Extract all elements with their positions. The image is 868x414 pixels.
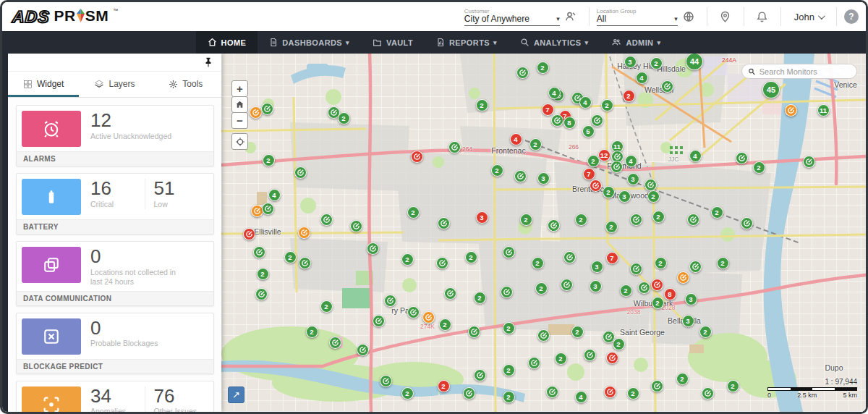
customer-admin-icon[interactable]	[560, 6, 582, 28]
monitor-cluster-green[interactable]: 3	[591, 261, 603, 273]
monitor-cluster-green[interactable]: 2	[555, 352, 567, 365]
monitor-cluster-green[interactable]: 2	[650, 57, 663, 69]
monitor-cluster-green[interactable]: 2	[503, 322, 515, 334]
monitor-marker-green[interactable]	[255, 288, 268, 300]
monitor-cluster-green[interactable]: 4	[575, 391, 587, 403]
widget-battery[interactable]: 16 Critical 51 Low BATTERY	[16, 173, 214, 235]
monitor-marker-green[interactable]	[638, 282, 650, 294]
monitor-marker-green[interactable]	[548, 219, 560, 232]
monitor-cluster-green[interactable]: 2	[407, 206, 420, 219]
monitor-cluster-green[interactable]: 2	[491, 164, 503, 177]
tab-widget[interactable]: Widget	[8, 72, 79, 97]
monitor-marker-red[interactable]	[651, 279, 663, 291]
tab-layers[interactable]: Layers	[79, 72, 150, 97]
monitor-cluster-green[interactable]: 2	[676, 373, 689, 385]
nav-dashboards[interactable]: DASHBOARDS ▾	[258, 31, 361, 54]
monitor-marker-green[interactable]	[407, 306, 420, 318]
alarms-icon-block[interactable]	[22, 111, 81, 147]
monitor-cluster-red[interactable]: 7	[583, 168, 595, 180]
monitor-cluster-green[interactable]: 2	[503, 364, 515, 376]
monitor-cluster-green[interactable]: 2	[727, 380, 739, 392]
nav-home[interactable]: HOME	[196, 31, 258, 54]
monitor-cluster-green[interactable]: 2	[284, 251, 297, 263]
monitor-marker-green[interactable]	[468, 326, 480, 338]
monitor-cluster-green[interactable]: 3	[624, 56, 637, 68]
monitor-cluster-green[interactable]: 2	[401, 387, 414, 400]
monitor-cluster-green[interactable]: 4	[268, 189, 281, 201]
monitor-marker-green[interactable]	[320, 214, 333, 226]
monitor-cluster-green[interactable]: 2	[620, 284, 632, 297]
monitor-cluster-green[interactable]: 2	[439, 318, 451, 331]
monitor-cluster-green[interactable]: 2	[613, 338, 625, 350]
monitor-marker-green[interactable]	[357, 344, 369, 356]
nav-admin[interactable]: ADMIN ▾	[600, 31, 672, 54]
monitor-marker-green[interactable]	[591, 114, 603, 127]
monitor-marker-green[interactable]	[610, 161, 623, 173]
monitor-marker-green[interactable]	[262, 203, 274, 215]
monitor-cluster-green[interactable]: 2	[603, 186, 615, 198]
monitor-marker-green[interactable]	[299, 257, 311, 269]
help-button[interactable]: ?	[844, 9, 859, 24]
monitor-cluster-green[interactable]: 2	[627, 387, 639, 400]
zoom-in-button[interactable]: +	[231, 80, 248, 97]
monitor-cluster-red[interactable]: 7	[542, 104, 554, 116]
monitor-marker-green[interactable]	[438, 217, 450, 229]
map-pin-icon[interactable]	[715, 6, 736, 28]
nav-reports[interactable]: REPORTS ▾	[425, 31, 509, 54]
monitor-marker-red[interactable]	[243, 228, 255, 240]
monitor-cluster-green[interactable]: 2	[587, 155, 600, 167]
monitor-cluster-green[interactable]: 4	[579, 96, 592, 109]
blockage-icon-block[interactable]	[22, 318, 81, 355]
auto-review-icon-block[interactable]	[22, 386, 81, 414]
monitor-marker-red[interactable]	[590, 179, 602, 192]
monitor-cluster-red[interactable]: 7	[606, 252, 618, 264]
monitor-cluster-green[interactable]: 2	[532, 257, 544, 269]
monitor-cluster-red[interactable]: 12	[598, 149, 610, 161]
monitor-cluster-green[interactable]: 2	[535, 282, 548, 295]
monitor-cluster-green[interactable]: 2	[529, 138, 542, 151]
monitor-cluster-red[interactable]: 4	[510, 133, 522, 145]
monitor-marker-green[interactable]	[463, 387, 475, 400]
monitor-cluster-green[interactable]: 2	[537, 62, 549, 74]
monitor-cluster-green[interactable]: 11	[817, 104, 830, 117]
nav-analytics[interactable]: ANALYTICS ▾	[509, 31, 600, 54]
monitor-marker-green[interactable]	[584, 349, 596, 361]
map-canvas[interactable]: FrontenacRichmondBrentwoodMaplewoodHills…	[221, 54, 866, 412]
locate-button[interactable]	[231, 133, 248, 150]
monitor-marker-orange[interactable]	[785, 104, 797, 117]
monitor-marker-green[interactable]	[516, 67, 529, 79]
monitor-cluster-red[interactable]: 3	[476, 211, 488, 224]
monitor-marker-green[interactable]	[384, 295, 396, 307]
monitor-marker-green[interactable]	[514, 170, 527, 182]
monitor-marker-green[interactable]	[651, 380, 663, 392]
widget-blockage-predict[interactable]: 0 Probable Blockages BLOCKAGE PREDICT	[16, 313, 214, 374]
monitor-marker-green[interactable]	[294, 166, 307, 179]
monitor-marker-red[interactable]	[606, 352, 618, 364]
monitor-marker-green[interactable]	[253, 246, 265, 258]
monitor-cluster-green[interactable]: 8	[563, 117, 576, 129]
monitor-cluster-green[interactable]: 2	[699, 326, 712, 338]
monitor-marker-green[interactable]	[528, 357, 540, 369]
monitor-marker-green[interactable]	[501, 286, 513, 298]
monitor-cluster-green[interactable]: 2	[520, 214, 532, 226]
monitor-cluster-green[interactable]: 2	[717, 257, 729, 269]
monitor-marker-green[interactable]	[630, 214, 642, 226]
monitor-marker-green[interactable]	[367, 242, 379, 255]
monitor-marker-green[interactable]	[741, 217, 753, 229]
monitor-cluster-green[interactable]: 2	[320, 300, 333, 313]
monitor-marker-red[interactable]	[604, 386, 616, 398]
monitor-marker-green[interactable]	[373, 315, 385, 327]
monitor-marker-orange[interactable]	[251, 205, 263, 217]
customer-select[interactable]: Customer City of Anywhere ▾	[464, 7, 560, 26]
monitor-cluster-green[interactable]: 2	[263, 154, 275, 166]
monitor-cluster-green[interactable]: 3	[685, 293, 697, 305]
monitor-marker-green[interactable]	[436, 257, 448, 269]
search-input[interactable]	[760, 67, 851, 76]
monitor-cluster-green[interactable]: 2	[652, 211, 665, 223]
monitor-marker-green[interactable]	[687, 214, 699, 226]
monitor-cluster-green[interactable]: 2	[476, 99, 488, 111]
monitor-cluster-red[interactable]: 8	[664, 288, 676, 300]
monitor-cluster-green[interactable]: 3	[682, 315, 694, 327]
monitor-cluster-green[interactable]: 4	[636, 72, 648, 84]
monitor-marker-green[interactable]	[546, 386, 558, 398]
